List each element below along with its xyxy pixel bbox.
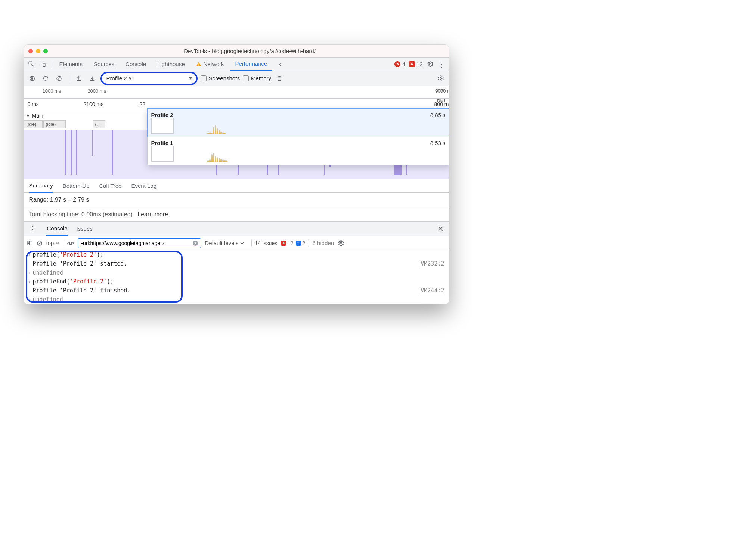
separator — [69, 74, 69, 83]
svg-point-7 — [31, 77, 33, 80]
tab-elements[interactable]: Elements — [54, 58, 88, 71]
more-options-icon[interactable]: ⋮ — [436, 59, 447, 69]
profile-option[interactable]: Profile 1 8.53 s — [148, 137, 449, 165]
profile-sparkline — [207, 125, 357, 134]
live-expression-icon[interactable] — [67, 241, 74, 246]
drawer-tab-issues[interactable]: Issues — [76, 222, 93, 235]
flame-segment-idle[interactable]: (idle) — [43, 120, 66, 128]
blocking-time: Total blocking time: 0.00ms (estimated) … — [24, 207, 449, 222]
return-chevron-icon: ‹ — [26, 269, 33, 276]
message-icon: ≡ — [296, 241, 301, 246]
console-output[interactable]: › profile('Profile 2'); Profile 'Profile… — [24, 250, 449, 304]
profile-option[interactable]: Profile 2 8.85 s — [147, 108, 449, 137]
drawer-tab-console[interactable]: Console — [46, 222, 68, 236]
memory-checkbox[interactable]: Memory — [243, 75, 271, 81]
tab-lighthouse[interactable]: Lighthouse — [152, 58, 190, 71]
console-return-line: ‹ undefined — [24, 268, 449, 277]
tab-sources[interactable]: Sources — [89, 58, 120, 71]
close-drawer-icon[interactable]: ✕ — [435, 224, 446, 233]
subtab-summary[interactable]: Summary — [29, 179, 53, 193]
download-profile-icon[interactable] — [87, 73, 97, 84]
tab-console[interactable]: Console — [120, 58, 151, 71]
profile-sparkline — [207, 154, 357, 162]
profile-selector[interactable]: Profile 2 #1 — [100, 72, 198, 85]
screenshots-checkbox[interactable]: Screenshots — [201, 75, 240, 81]
return-chevron-icon: ‹ — [26, 296, 33, 303]
overview-labels: CPUNET — [437, 86, 446, 105]
reload-record-button[interactable] — [40, 73, 51, 84]
minimize-window-icon[interactable] — [36, 49, 40, 53]
tab-network[interactable]: Network — [191, 58, 229, 71]
console-filter[interactable] — [78, 238, 201, 248]
details-tabs: Summary Bottom-Up Call Tree Event Log — [24, 179, 449, 193]
svg-point-14 — [340, 242, 342, 244]
inspect-element-icon[interactable] — [26, 59, 37, 69]
error-square-icon: ✕ — [409, 61, 415, 67]
subtab-bottom-up[interactable]: Bottom-Up — [63, 179, 90, 192]
console-toolbar: top Default levels 14 Issues: ✕12 ≡2 6 h… — [24, 236, 449, 250]
overview-ruler[interactable]: 1000 ms 2000 ms 9000 r — [24, 86, 449, 99]
performance-toolbar: Profile 2 #1 Screenshots Memory — [24, 71, 449, 86]
issue-counter[interactable]: ✕ 12 — [409, 61, 423, 67]
traffic-lights[interactable] — [28, 49, 48, 53]
console-filter-input[interactable] — [80, 240, 192, 247]
window-title: DevTools - blog.google/technology/ai/cod… — [55, 48, 444, 54]
context-selector[interactable]: top — [46, 240, 64, 246]
drawer-tabstrip: ⋮ Console Issues ✕ — [24, 222, 449, 236]
console-input-line: › profileEnd('Profile 2'); — [24, 277, 449, 286]
svg-point-9 — [440, 77, 441, 79]
warning-icon — [196, 62, 201, 67]
source-link[interactable]: VM244:2 — [421, 287, 444, 294]
clear-filter-icon[interactable] — [192, 240, 198, 246]
console-settings-icon[interactable] — [338, 240, 344, 247]
subtab-event-log[interactable]: Event Log — [131, 179, 157, 192]
input-chevron-icon: › — [26, 251, 33, 258]
hidden-count[interactable]: 6 hidden — [313, 240, 334, 246]
range-text: Range: 1.97 s – 2.79 s — [24, 193, 449, 207]
log-levels-selector[interactable]: Default levels — [205, 240, 248, 246]
console-return-line: ‹ undefined — [24, 295, 449, 304]
svg-rect-3 — [198, 63, 199, 65]
error-circle-icon: ✕ — [394, 61, 400, 67]
panel-tabstrip: Elements Sources Console Lighthouse Netw… — [24, 58, 449, 71]
console-input-line: › profile('Profile 2'); — [24, 250, 449, 259]
devtools-window: DevTools - blog.google/technology/ai/cod… — [24, 44, 449, 304]
issues-pill[interactable]: 14 Issues: ✕12 ≡2 — [251, 239, 309, 247]
flame-segment-truncated[interactable]: (… — [93, 120, 105, 128]
error-counter[interactable]: ✕ 4 — [394, 61, 405, 67]
svg-rect-2 — [43, 63, 45, 66]
tab-performance[interactable]: Performance — [230, 58, 273, 71]
drawer-more-icon[interactable]: ⋮ — [27, 225, 39, 233]
input-chevron-icon: › — [26, 278, 33, 285]
settings-icon[interactable] — [425, 59, 436, 69]
source-link[interactable]: VM232:2 — [421, 260, 444, 267]
flame-segment-idle[interactable]: (idle) — [24, 120, 43, 128]
svg-point-12 — [69, 242, 72, 244]
profile-thumbnail — [151, 146, 174, 162]
subtab-call-tree[interactable]: Call Tree — [99, 179, 121, 192]
clear-console-icon[interactable] — [37, 240, 43, 246]
separator — [51, 60, 51, 68]
profile-selector-value: Profile 2 #1 — [106, 75, 135, 81]
console-log-line: Profile 'Profile 2' finished. VM244:2 — [24, 286, 449, 295]
titlebar: DevTools - blog.google/technology/ai/cod… — [24, 45, 449, 58]
profile-thumbnail — [151, 118, 174, 134]
svg-point-5 — [429, 63, 431, 65]
chevron-down-icon — [56, 241, 59, 245]
chevron-down-icon — [240, 241, 244, 245]
close-window-icon[interactable] — [28, 49, 33, 53]
device-toggle-icon[interactable] — [37, 59, 48, 69]
learn-more-link[interactable]: Learn more — [137, 211, 168, 217]
profile-dropdown[interactable]: Profile 2 8.85 s Profile 1 8.53 s — [147, 108, 449, 165]
svg-rect-10 — [28, 241, 32, 245]
delete-profile-icon[interactable] — [274, 73, 285, 84]
more-tabs-button[interactable]: » — [273, 58, 286, 71]
maximize-window-icon[interactable] — [43, 49, 48, 53]
clear-button[interactable] — [54, 73, 64, 84]
record-button[interactable] — [27, 73, 37, 84]
upload-profile-icon[interactable] — [74, 73, 84, 84]
svg-rect-4 — [198, 65, 199, 65]
capture-settings-icon[interactable] — [436, 73, 446, 84]
console-sidebar-toggle-icon[interactable] — [27, 240, 33, 246]
console-log-line: Profile 'Profile 2' started. VM232:2 — [24, 259, 449, 268]
